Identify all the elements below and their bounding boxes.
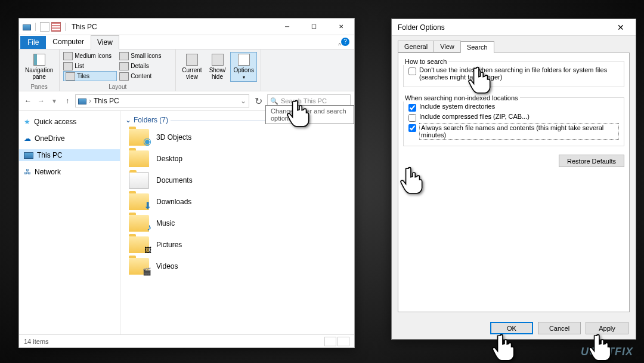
- tab-computer[interactable]: Computer: [46, 35, 91, 49]
- ok-button[interactable]: OK: [490, 322, 533, 334]
- chevron-down-icon[interactable]: ⌄: [240, 97, 246, 105]
- show-hide-button[interactable]: Show/ hide: [207, 53, 228, 81]
- close-button[interactable]: ✕: [612, 23, 630, 32]
- item-count: 14 items: [24, 338, 49, 345]
- sidebar-item-network[interactable]: 🖧Network: [19, 166, 120, 178]
- groupbox-how-to-search: How to search Don't use the index when s…: [403, 59, 624, 87]
- restore-defaults-button[interactable]: Restore Defaults: [559, 155, 624, 167]
- nav-pane-icon: [33, 54, 45, 66]
- layout-content[interactable]: Content: [119, 71, 171, 81]
- layout-medium-icons[interactable]: Medium icons: [63, 51, 119, 61]
- content-icon: [119, 72, 129, 81]
- dialog-title: Folder Options: [398, 23, 445, 32]
- options-button[interactable]: Options▾: [230, 52, 256, 82]
- ribbon: Navigation pane Panes Medium icons Small…: [19, 50, 354, 91]
- search-icon: 🔍: [270, 97, 278, 105]
- show-hide-icon: [212, 54, 224, 66]
- statusbar: 14 items: [19, 334, 354, 347]
- chevron-down-icon: ⌄: [125, 116, 131, 124]
- forward-button[interactable]: →: [36, 97, 47, 105]
- layout-tiles[interactable]: Tiles: [63, 71, 117, 81]
- titlebar[interactable]: This PC ─ ☐ ✕: [19, 19, 354, 35]
- tab-general[interactable]: General: [398, 41, 434, 53]
- list-icon: [63, 62, 73, 70]
- folder-options-dialog: Folder Options ✕ General View Search How…: [391, 19, 636, 340]
- folder-downloads[interactable]: ⬇Downloads: [125, 191, 349, 213]
- chevron-down-icon: ▾: [243, 75, 245, 80]
- cloud-icon: ☁: [24, 134, 31, 143]
- layout-small-icons[interactable]: Small icons: [119, 51, 171, 61]
- medium-icons-icon: [63, 52, 73, 60]
- tab-view[interactable]: View: [434, 41, 461, 53]
- tab-view[interactable]: View: [91, 35, 119, 50]
- checkbox-dont-use-index[interactable]: Don't use the index when searching in fi…: [408, 66, 619, 81]
- apply-button[interactable]: Apply: [586, 322, 628, 334]
- hand-pointer-icon: [588, 333, 613, 363]
- ribbon-group-panes: Navigation pane Panes: [19, 50, 60, 91]
- sidebar-item-this-pc[interactable]: This PC: [19, 149, 120, 161]
- help-icon[interactable]: ?: [341, 38, 349, 46]
- current-view-icon: [186, 54, 198, 66]
- pc-icon: [23, 24, 31, 30]
- current-view-button[interactable]: Current view: [179, 53, 204, 81]
- navigation-pane-button[interactable]: Navigation pane: [23, 53, 55, 81]
- group-label: Panes: [23, 83, 55, 91]
- details-view-button[interactable]: [324, 337, 336, 346]
- hand-pointer-icon: [400, 166, 425, 196]
- ribbon-tabs: File Computer View ^ ?: [19, 35, 354, 50]
- layout-list[interactable]: List: [63, 61, 119, 71]
- layout-details[interactable]: Details: [119, 61, 171, 71]
- details-icon: [119, 62, 129, 70]
- folder-icon: 🎬: [129, 258, 149, 275]
- group-label: Layout: [63, 83, 172, 91]
- recent-dropdown[interactable]: ▾: [49, 97, 60, 105]
- folder-documents[interactable]: Documents: [125, 170, 349, 191]
- qat-new-folder-icon[interactable]: [51, 22, 61, 32]
- folder-pictures[interactable]: 🖼Pictures: [125, 234, 349, 256]
- large-icons-view-button[interactable]: [338, 337, 349, 346]
- qat-properties-icon[interactable]: [40, 22, 49, 32]
- hand-pointer-icon: [491, 333, 516, 363]
- minimize-button[interactable]: ─: [274, 19, 301, 35]
- folder-3d-objects[interactable]: ◉3D Objects: [125, 127, 349, 148]
- pc-icon: [78, 99, 86, 104]
- tab-file[interactable]: File: [20, 36, 46, 49]
- checkbox-include-compressed[interactable]: Include compressed files (ZIP, CAB...): [408, 113, 619, 122]
- folder-icon: 🖼: [129, 236, 149, 253]
- group-label: [179, 83, 257, 91]
- folder-videos[interactable]: 🎬Videos: [125, 256, 349, 277]
- divider: [65, 23, 66, 31]
- breadcrumb[interactable]: This PC: [94, 97, 119, 105]
- address-bar[interactable]: › This PC ⌄: [75, 94, 249, 107]
- search-tab-pane: How to search Don't use the index when s…: [398, 53, 630, 312]
- maximize-button[interactable]: ☐: [301, 19, 327, 35]
- tab-search[interactable]: Search: [460, 41, 494, 53]
- window-title: This PC: [72, 23, 97, 31]
- refresh-button[interactable]: ↻: [252, 96, 265, 107]
- close-button[interactable]: ✕: [327, 19, 354, 35]
- groupbox-non-indexed: When searching non-indexed locations Inc…: [403, 96, 624, 146]
- divider: [35, 23, 36, 31]
- up-button[interactable]: ↑: [62, 97, 73, 105]
- back-button[interactable]: ←: [23, 97, 33, 105]
- cancel-button[interactable]: Cancel: [538, 322, 581, 334]
- network-icon: 🖧: [24, 168, 31, 176]
- folder-desktop[interactable]: Desktop: [125, 148, 349, 170]
- sidebar-item-onedrive[interactable]: ☁OneDrive: [19, 133, 120, 144]
- hand-pointer-icon: [286, 99, 311, 129]
- checkbox-always-search-contents[interactable]: Always search file names and contents (t…: [408, 123, 619, 140]
- folder-icon: [129, 150, 149, 167]
- dialog-titlebar[interactable]: Folder Options ✕: [392, 19, 636, 36]
- chevron-up-icon[interactable]: ^: [338, 42, 341, 49]
- folder-icon: ⬇: [129, 193, 149, 210]
- folder-icon: ◉: [129, 129, 149, 146]
- sidebar-item-quick-access[interactable]: ★Quick access: [19, 116, 120, 128]
- options-icon: [238, 54, 250, 66]
- checkbox-include-system-directories[interactable]: Include system directories: [408, 103, 619, 112]
- folder-music[interactable]: ♪Music: [125, 213, 349, 234]
- content-area: ⌄ Folders (7) ◉3D Objects Desktop Docume…: [120, 111, 354, 334]
- hand-pointer-icon: [467, 66, 493, 96]
- ribbon-group-layout: Medium icons Small icons List Details Ti…: [60, 50, 176, 91]
- nav-sidebar: ★Quick access ☁OneDrive This PC 🖧Network: [19, 111, 120, 334]
- file-explorer-window: This PC ─ ☐ ✕ File Computer View ^ ? Nav…: [18, 18, 355, 348]
